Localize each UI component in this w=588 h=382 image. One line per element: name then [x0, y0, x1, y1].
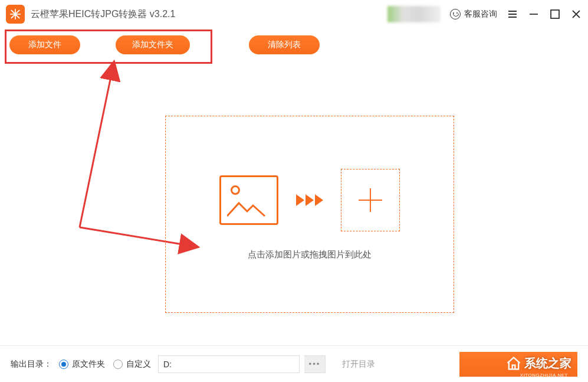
clear-list-button[interactable]: 清除列表 [249, 35, 320, 54]
toolbar-area: 添加文件 添加文件夹 清除列表 [0, 28, 588, 61]
start-convert-button[interactable]: 系统之家 XITONGZHIJIA.NET [459, 352, 577, 377]
drop-zone-hint: 点击添加图片或拖拽图片到此处 [248, 249, 372, 260]
user-avatar-blurred [387, 6, 441, 22]
svg-rect-0 [551, 10, 559, 18]
svg-line-1 [80, 77, 111, 227]
app-logo-icon [6, 5, 25, 24]
watermark-sub: XITONGZHIJIA.NET [520, 373, 568, 377]
output-path-input[interactable] [158, 355, 300, 373]
minimize-button[interactable] [528, 8, 540, 20]
user-area[interactable] [387, 6, 441, 22]
radio-custom-folder[interactable]: 自定义 [113, 359, 151, 370]
radio-custom-label: 自定义 [126, 359, 151, 370]
watermark-text: 系统之家 [524, 355, 571, 371]
add-placeholder-icon [341, 169, 400, 231]
open-output-dir-link[interactable]: 打开目录 [342, 359, 375, 370]
watermark-overlay: 系统之家 [505, 355, 571, 372]
footer-bar: 输出目录： 原文件夹 自定义 ••• 打开目录 系统之家 XITONGZHIJI… [0, 345, 588, 382]
radio-original-folder[interactable]: 原文件夹 [59, 359, 105, 370]
output-dir-label: 输出目录： [11, 359, 52, 370]
radio-original-label: 原文件夹 [72, 359, 105, 370]
output-radio-group: 原文件夹 自定义 [59, 359, 151, 370]
drop-zone[interactable]: 点击添加图片或拖拽图片到此处 [165, 116, 454, 313]
app-title: 云橙苹果HEIC转JPG转换器 v3.2.1 [31, 8, 175, 21]
image-icon [219, 175, 278, 225]
customer-support-link[interactable]: 客服咨询 [450, 9, 497, 19]
add-folder-button[interactable]: 添加文件夹 [116, 35, 190, 54]
smile-icon [450, 9, 461, 19]
close-button[interactable] [570, 8, 582, 20]
menu-button[interactable] [507, 8, 518, 20]
drop-zone-graphics [219, 169, 400, 231]
add-file-button[interactable]: 添加文件 [9, 35, 80, 54]
radio-icon-checked [59, 360, 68, 369]
radio-icon [113, 360, 123, 369]
forward-arrows-icon [296, 194, 323, 206]
support-label: 客服咨询 [464, 9, 497, 19]
house-icon [505, 355, 522, 372]
browse-path-button[interactable]: ••• [304, 355, 326, 373]
maximize-button[interactable] [549, 8, 561, 20]
titlebar: 云橙苹果HEIC转JPG转换器 v3.2.1 客服咨询 [0, 0, 588, 28]
